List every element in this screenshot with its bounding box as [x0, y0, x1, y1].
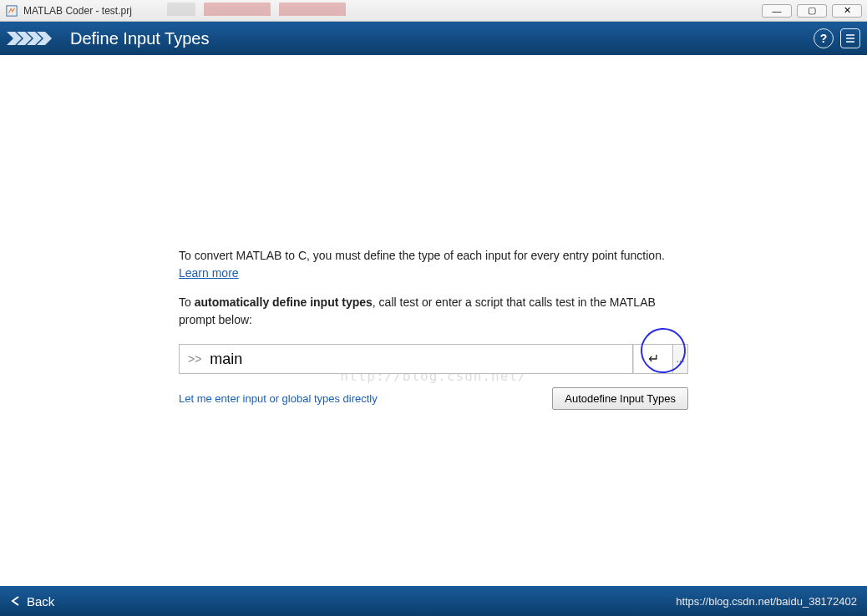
footer-bar: Back https://blog.csdn.net/baidu_3817240…: [0, 586, 867, 616]
ellipsis-icon: ...: [676, 351, 684, 366]
help-icon[interactable]: ?: [814, 28, 834, 48]
app-header: Define Input Types ?: [0, 22, 867, 55]
prompt-symbol: >>: [188, 351, 201, 368]
back-arrow-icon: [10, 595, 20, 607]
close-button[interactable]: ✕: [832, 4, 862, 18]
progress-arrows-icon: [7, 28, 53, 48]
command-input[interactable]: [210, 351, 624, 368]
run-button[interactable]: ↵: [633, 344, 673, 374]
learn-more-link[interactable]: Learn more: [179, 266, 239, 280]
command-prompt[interactable]: >>: [179, 344, 633, 374]
auto-bold: automatically define input types: [195, 295, 373, 309]
maximize-button[interactable]: ▢: [797, 4, 827, 18]
below-row: Let me enter input or global types direc…: [179, 387, 688, 410]
intro-text: To convert MATLAB to C, you must define …: [179, 247, 688, 282]
titlebar: MATLAB Coder - test.prj — ▢ ✕: [0, 0, 867, 22]
page-title: Define Input Types: [70, 29, 209, 48]
minimize-button[interactable]: —: [762, 4, 792, 18]
background-tabs: [167, 0, 346, 18]
enter-icon: ↵: [648, 349, 659, 369]
autodefine-button[interactable]: Autodefine Input Types: [552, 387, 688, 410]
window-controls: — ▢ ✕: [762, 4, 862, 18]
footer-url: https://blog.csdn.net/baidu_38172402: [676, 595, 857, 608]
window-title: MATLAB Coder - test.prj: [23, 5, 132, 17]
command-input-row: >> ↵ ...: [179, 344, 688, 374]
menu-icon[interactable]: [840, 28, 860, 48]
direct-entry-link[interactable]: Let me enter input or global types direc…: [179, 391, 378, 407]
app-icon: [5, 4, 18, 18]
content-area: http://blog.csdn.net/ To convert MATLAB …: [0, 55, 867, 586]
browse-button[interactable]: ...: [673, 344, 688, 374]
back-button[interactable]: Back: [10, 594, 54, 608]
auto-prefix: To: [179, 295, 195, 309]
intro-prefix: To convert MATLAB to C, you must define …: [179, 249, 665, 262]
back-label: Back: [27, 594, 54, 608]
auto-instruction: To automatically define input types, cal…: [179, 294, 688, 329]
main-panel: To convert MATLAB to C, you must define …: [179, 247, 688, 410]
